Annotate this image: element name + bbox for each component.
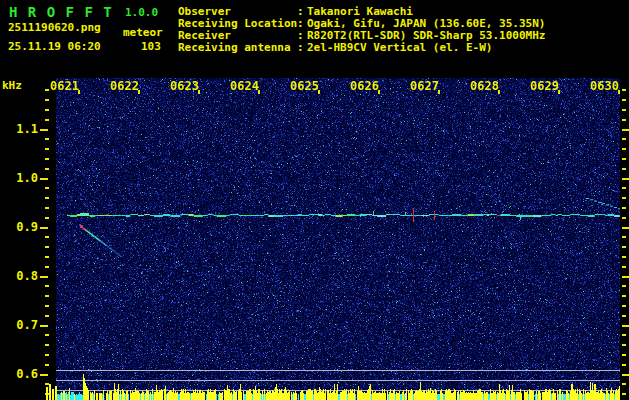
- minor-freq-tick: [622, 138, 626, 140]
- minor-freq-tick: [45, 246, 49, 248]
- time-tick-label: 0624: [227, 79, 259, 93]
- level-meter-bar: [52, 389, 54, 400]
- minor-freq-tick: [45, 109, 49, 111]
- minor-freq-tick: [622, 383, 626, 385]
- time-tick-label: 0623: [167, 79, 199, 93]
- time-tick-label: 0625: [287, 79, 319, 93]
- minor-freq-tick: [45, 305, 49, 307]
- time-tick-mark: [618, 90, 620, 94]
- time-tick-label: 0628: [467, 79, 499, 93]
- minor-freq-tick: [45, 119, 49, 121]
- minor-freq-tick: [45, 168, 49, 170]
- time-tick-label: 0630: [587, 79, 619, 93]
- freq-tick-label: 0.7: [0, 318, 38, 332]
- minor-freq-tick: [45, 217, 49, 219]
- minor-freq-tick: [45, 236, 49, 238]
- minor-freq-tick: [622, 109, 626, 111]
- minor-freq-tick: [622, 344, 626, 346]
- mode-label: meteor: [123, 26, 163, 39]
- level-meter-bar: [55, 386, 57, 400]
- minor-freq-tick: [622, 354, 626, 356]
- minor-freq-tick: [622, 315, 626, 317]
- minor-freq-tick: [45, 158, 49, 160]
- filename-label: 2511190620.png: [8, 21, 101, 34]
- minor-freq-tick: [622, 256, 626, 258]
- minor-freq-tick: [45, 138, 49, 140]
- major-freq-tick: [40, 178, 48, 180]
- major-freq-tick: [40, 129, 48, 131]
- minor-freq-tick: [622, 158, 626, 160]
- minor-freq-tick: [622, 89, 626, 91]
- minor-freq-tick: [622, 119, 626, 121]
- minor-freq-tick: [45, 344, 49, 346]
- minor-freq-tick: [45, 187, 49, 189]
- major-freq-tick: [40, 227, 48, 229]
- minor-freq-tick: [622, 334, 626, 336]
- minor-freq-tick: [622, 207, 626, 209]
- major-freq-tick: [622, 325, 629, 327]
- minor-freq-tick: [45, 354, 49, 356]
- freq-tick-label: 0.8: [0, 269, 38, 283]
- freq-tick-label: 1.0: [0, 171, 38, 185]
- major-freq-tick: [622, 178, 629, 180]
- freq-tick-label: 0.6: [0, 367, 38, 381]
- minor-freq-tick: [45, 99, 49, 101]
- info-value: 2el-HB9CV Vertical (el. E-W): [307, 41, 492, 54]
- freq-tick-label: 0.9: [0, 220, 38, 234]
- spectrogram-canvas: [56, 78, 620, 400]
- minor-freq-tick: [45, 364, 49, 366]
- major-freq-tick: [622, 276, 629, 278]
- hrofft-window: H R O F F T 1.0.0 2511190620.png meteor …: [0, 0, 629, 400]
- major-freq-tick: [40, 325, 48, 327]
- level-meter-bar: [49, 384, 51, 400]
- minor-freq-tick: [622, 295, 626, 297]
- minor-freq-tick: [622, 187, 626, 189]
- minor-freq-tick: [622, 236, 626, 238]
- time-tick-mark: [138, 90, 140, 94]
- time-tick-label: 0627: [407, 79, 439, 93]
- time-tick-label: 0626: [347, 79, 379, 93]
- level-meter-bar: [46, 387, 48, 400]
- info-colon: :: [297, 42, 307, 54]
- major-freq-tick: [622, 227, 629, 229]
- echo-count-label: 103: [141, 40, 161, 53]
- minor-freq-tick: [622, 393, 626, 395]
- minor-freq-tick: [45, 266, 49, 268]
- minor-freq-tick: [45, 148, 49, 150]
- minor-freq-tick: [45, 295, 49, 297]
- time-tick-mark: [378, 90, 380, 94]
- minor-freq-tick: [45, 89, 49, 91]
- time-tick-mark: [258, 90, 260, 94]
- time-tick-mark: [438, 90, 440, 94]
- major-freq-tick: [40, 276, 48, 278]
- minor-freq-tick: [622, 266, 626, 268]
- time-tick-mark: [498, 90, 500, 94]
- minor-freq-tick: [622, 99, 626, 101]
- minor-freq-tick: [622, 305, 626, 307]
- minor-freq-tick: [45, 334, 49, 336]
- minor-freq-tick: [622, 364, 626, 366]
- major-freq-tick: [622, 374, 629, 376]
- minor-freq-tick: [45, 256, 49, 258]
- major-freq-tick: [40, 374, 48, 376]
- freq-unit-label: kHz: [2, 79, 22, 92]
- minor-freq-tick: [45, 207, 49, 209]
- app-title: H R O F F T: [9, 4, 113, 20]
- minor-freq-tick: [622, 148, 626, 150]
- time-tick-mark: [198, 90, 200, 94]
- minor-freq-tick: [45, 285, 49, 287]
- minor-freq-tick: [622, 246, 626, 248]
- time-tick-mark: [78, 90, 80, 94]
- time-tick-label: 0629: [527, 79, 559, 93]
- minor-freq-tick: [622, 168, 626, 170]
- freq-tick-label: 1.1: [0, 122, 38, 136]
- minor-freq-tick: [622, 285, 626, 287]
- minor-freq-tick: [622, 217, 626, 219]
- info-label: Receiving antenna: [178, 42, 297, 54]
- minor-freq-tick: [45, 315, 49, 317]
- major-freq-tick: [622, 129, 629, 131]
- time-tick-label: 0621: [47, 79, 79, 93]
- station-info: Observer:Takanori Kawachi Receiving Loca…: [178, 6, 545, 54]
- app-version: 1.0.0: [125, 6, 158, 19]
- time-tick-label: 0622: [107, 79, 139, 93]
